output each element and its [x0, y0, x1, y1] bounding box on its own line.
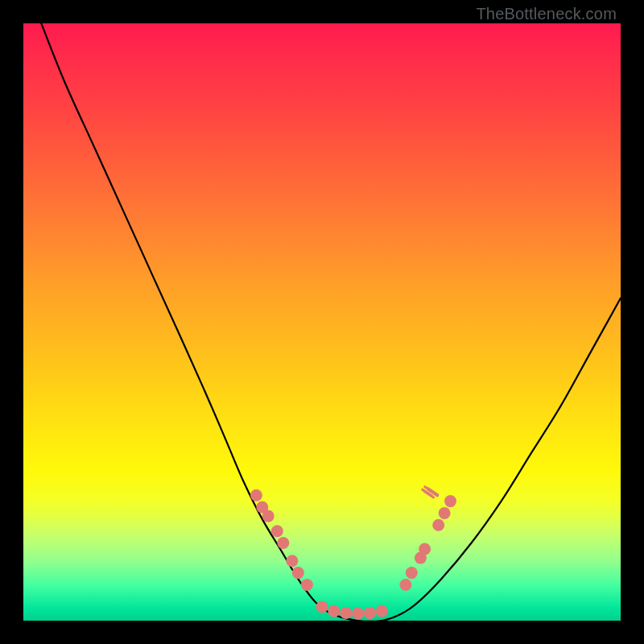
watermark-text: TheBottleneck.com	[476, 5, 617, 23]
marker-dot	[406, 567, 418, 579]
marker-dot	[352, 608, 364, 620]
marker-dot	[340, 607, 352, 619]
marker-dot	[432, 519, 444, 531]
plot-area	[23, 23, 621, 621]
marker-dot	[277, 537, 289, 549]
marker-dot	[376, 605, 388, 617]
marker-dot	[419, 543, 431, 555]
marker-dot	[292, 567, 304, 579]
bottleneck-curve	[41, 23, 621, 621]
scratch-marks	[423, 487, 438, 497]
marker-dot	[286, 555, 298, 567]
marker-dot	[271, 525, 283, 537]
marker-dot	[316, 601, 328, 613]
data-markers	[250, 489, 456, 620]
chart-frame: TheBottleneck.com	[0, 0, 644, 644]
marker-dot	[250, 489, 262, 502]
marker-dot	[399, 579, 411, 591]
marker-dot	[444, 495, 456, 507]
marker-dot	[364, 607, 376, 619]
marker-dot	[301, 579, 313, 591]
marker-dot	[439, 507, 451, 519]
chart-svg	[23, 23, 621, 621]
marker-dot	[262, 510, 275, 522]
marker-dot	[328, 605, 340, 617]
